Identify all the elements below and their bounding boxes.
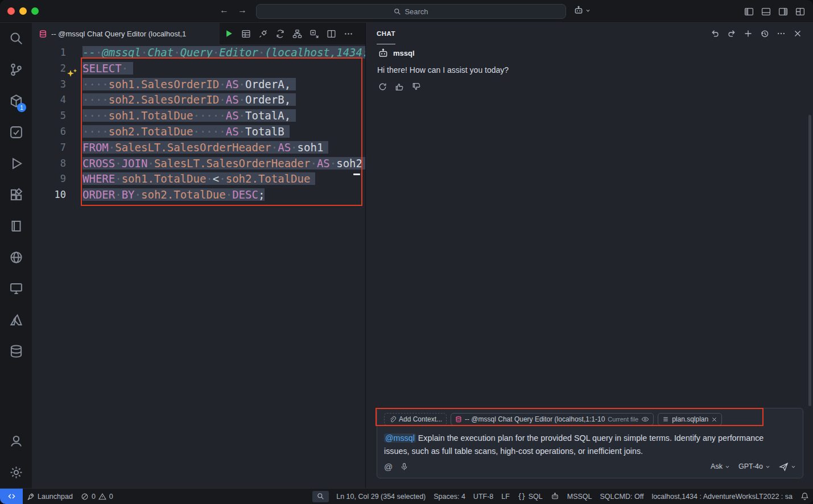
cursor-position-label: Ln 10, Col 29 (354 selected): [336, 493, 426, 501]
run-debug-view-icon[interactable]: [2, 148, 30, 179]
remove-chip-icon[interactable]: [711, 416, 717, 423]
code-line-10[interactable]: 10ORDER·BY·soh2.TotalDue·DESC;: [32, 187, 365, 203]
eol-indicator[interactable]: LF: [497, 489, 514, 504]
run-query-button[interactable]: [224, 28, 234, 39]
plan-file-chip[interactable]: plan.sqlplan: [658, 413, 722, 425]
launchpad-label: Launchpad: [38, 493, 73, 501]
mssql-status-button[interactable]: MSSQL: [563, 489, 596, 504]
remote-indicator[interactable]: [0, 489, 23, 504]
connection-status[interactable]: localhost,1434 : AdventureWorksLT2022 : …: [647, 489, 797, 504]
navigate-forward-icon[interactable]: →: [238, 5, 247, 15]
close-window-button[interactable]: [7, 7, 15, 15]
thumbs-down-icon[interactable]: [411, 81, 422, 92]
code-line-1[interactable]: 1--·@mssql·Chat·Query·Editor·(localhost,…: [32, 45, 365, 61]
assistant-name: mssql: [393, 49, 415, 57]
more-actions-icon[interactable]: [343, 28, 353, 39]
model-picker-dropdown[interactable]: GPT-4o: [738, 462, 770, 470]
eye-icon[interactable]: [641, 415, 649, 423]
sql-database-view-icon[interactable]: [2, 336, 30, 367]
line-number: 9: [32, 171, 82, 187]
editor-group: -- @mssql Chat Query Editor (localhost,1: [32, 23, 365, 488]
braces-icon: {}: [518, 493, 526, 501]
cursor-position-indicator[interactable]: Ln 10, Col 29 (354 selected): [332, 489, 430, 504]
toggle-primary-sidebar-icon[interactable]: [744, 6, 754, 16]
accounts-icon[interactable]: [2, 425, 30, 457]
minimize-window-button[interactable]: [19, 7, 27, 15]
line-number: 4: [32, 92, 82, 108]
launchpad-icon: [27, 493, 35, 501]
toggle-results-icon[interactable]: [241, 28, 251, 39]
code-line-9[interactable]: 9WHERE·soh1.TotalDue·<·soh2.TotalDue: [32, 171, 365, 187]
source-control-icon[interactable]: [2, 54, 30, 85]
notifications-bell[interactable]: [797, 489, 813, 504]
model-label: GPT-4o: [738, 462, 763, 470]
chat-mode-dropdown[interactable]: Ask: [711, 462, 730, 470]
toggle-panel-icon[interactable]: [761, 6, 771, 16]
code-line-4[interactable]: 4····soh2.SalesOrderID·AS·OrderB,: [32, 92, 365, 108]
file-context-chip[interactable]: -- @mssql Chat Query Editor (localhost,1…: [451, 413, 654, 425]
code-editor[interactable]: 1--·@mssql·Chat·Query·Editor·(localhost,…: [32, 44, 365, 488]
sqlcmd-toggle[interactable]: SQLCMD: Off: [596, 489, 648, 504]
send-icon[interactable]: [779, 462, 789, 472]
remote-windows-view-icon[interactable]: [2, 273, 30, 304]
estimated-plan-icon[interactable]: [292, 28, 302, 39]
disconnect-icon[interactable]: [258, 28, 268, 39]
language-mode-indicator[interactable]: {} SQL: [514, 489, 547, 504]
status-bar: Launchpad 0 0 Ln 10, Col 29 (354 selecte…: [0, 488, 813, 504]
code-line-8[interactable]: 8CROSS·JOIN·SalesLT.SalesOrderHeader·AS·…: [32, 156, 365, 172]
undo-request-icon[interactable]: [709, 27, 721, 40]
mssql-label: MSSQL: [567, 493, 592, 501]
microphone-icon[interactable]: [400, 462, 408, 471]
settings-gear-icon[interactable]: [2, 457, 30, 488]
warnings-icon: [98, 493, 106, 501]
editor-actions: [220, 23, 353, 44]
chevron-down-icon: [585, 8, 591, 13]
command-center-search[interactable]: Search: [256, 4, 566, 19]
tab-bar: -- @mssql Chat Query Editor (localhost,1: [32, 23, 365, 44]
customize-layout-icon[interactable]: [795, 6, 805, 16]
search-view-icon[interactable]: [2, 23, 30, 54]
tab-chat[interactable]: CHAT: [377, 23, 395, 44]
encoding-indicator[interactable]: UTF-8: [469, 489, 497, 504]
copilot-status-button[interactable]: [547, 489, 563, 504]
change-connection-icon[interactable]: [275, 28, 285, 39]
send-options-chevron-icon[interactable]: [791, 464, 796, 469]
chat-more-actions-icon[interactable]: [775, 27, 787, 40]
launchpad-button[interactable]: Launchpad: [23, 489, 77, 504]
remote-explorer-view-icon[interactable]: 1: [2, 85, 30, 117]
chat-input-box[interactable]: Add Context... -- @mssql Chat Query Edit…: [377, 408, 803, 478]
azure-view-icon[interactable]: [2, 304, 30, 336]
prompt-body: Explain the execution plan for the provi…: [384, 433, 764, 456]
extensions-view-icon[interactable]: [2, 179, 30, 210]
notebook-view-icon[interactable]: [2, 210, 30, 242]
chat-scrollbar[interactable]: [808, 115, 811, 406]
copilot-menu-button[interactable]: [573, 5, 591, 15]
indentation-label: Spaces: 4: [434, 493, 465, 501]
tab-mssql-chat-query-editor[interactable]: -- @mssql Chat Query Editor (localhost,1: [32, 23, 220, 44]
actual-plan-icon[interactable]: [309, 28, 319, 39]
code-line-2[interactable]: 2SELECT·: [32, 61, 365, 77]
code-line-7[interactable]: 7FROM·SalesLT.SalesOrderHeader·AS·soh1: [32, 140, 365, 156]
add-context-button[interactable]: Add Context...: [384, 413, 447, 425]
mention-context-icon[interactable]: @: [384, 462, 393, 472]
redo-request-icon[interactable]: [725, 27, 738, 40]
chat-prompt-text[interactable]: @mssql Explain the execution plan for th…: [384, 432, 766, 458]
chat-history-icon[interactable]: [758, 27, 771, 40]
navigate-back-icon[interactable]: ←: [220, 5, 229, 15]
code-line-3[interactable]: 3····soh1.SalesOrderID·AS·OrderA,: [32, 77, 365, 93]
close-chat-icon[interactable]: [791, 27, 804, 40]
indentation-indicator[interactable]: Spaces: 4: [430, 489, 469, 504]
regenerate-icon[interactable]: [377, 81, 388, 92]
github-view-icon[interactable]: [2, 242, 30, 273]
copilot-sparkle-icon[interactable]: [66, 68, 79, 80]
testing-view-icon[interactable]: [2, 117, 30, 148]
problems-button[interactable]: 0 0: [77, 489, 117, 504]
code-line-5[interactable]: 5····soh1.TotalDue·····AS·TotalA,: [32, 108, 365, 124]
code-line-6[interactable]: 6····soh2.TotalDue·····AS·TotalB: [32, 124, 365, 140]
search-status-button[interactable]: [312, 491, 329, 502]
toggle-secondary-sidebar-icon[interactable]: [778, 6, 788, 16]
zoom-window-button[interactable]: [31, 7, 39, 15]
new-chat-icon[interactable]: [742, 27, 754, 40]
thumbs-up-icon[interactable]: [394, 81, 405, 92]
split-editor-icon[interactable]: [326, 28, 336, 39]
